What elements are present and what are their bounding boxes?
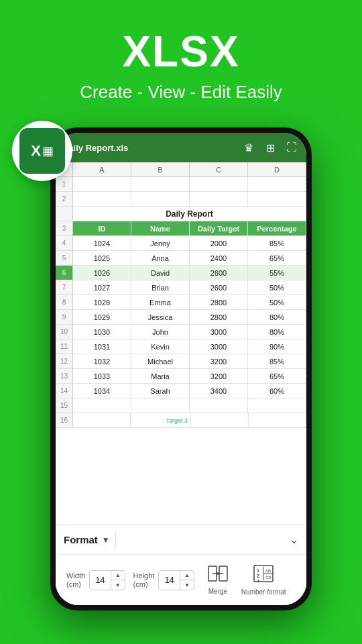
cell-12c[interactable]: 3200 (190, 354, 248, 368)
height-spinner-arrows[interactable]: ▲ ▼ (180, 570, 194, 590)
cell-8c[interactable]: 2800 (190, 295, 248, 309)
table-icon[interactable]: ⊞ (262, 142, 278, 154)
sheet-row-10: 10 1030 John 3000 80% (56, 325, 306, 339)
cell-11b[interactable]: Kevin (131, 339, 190, 354)
header-id[interactable]: ID (73, 221, 131, 235)
hero-section: XLSX Create - View - Edit Easily (0, 0, 362, 103)
cell-5b[interactable]: Anna (131, 251, 190, 265)
cell-14d[interactable]: 60% (248, 384, 306, 398)
cell-1d[interactable] (248, 177, 306, 191)
cell-2c[interactable] (190, 192, 248, 206)
cell-6b[interactable]: David (131, 266, 190, 280)
cell-14b[interactable]: Sarah (131, 384, 190, 398)
cell-7c[interactable]: 2600 (190, 280, 248, 294)
crown-icon[interactable]: ♛ (241, 142, 257, 154)
col-header-c: C (190, 162, 248, 176)
cell-7b[interactable]: Brian (131, 280, 190, 294)
cell-12d[interactable]: 85% (248, 354, 306, 368)
toolbar-divider (115, 532, 116, 548)
width-value: 14 (90, 570, 111, 590)
cell-16d[interactable] (249, 413, 306, 427)
hero-title: XLSX (0, 0, 362, 76)
col-header-a: A (73, 162, 131, 176)
cell-9b[interactable]: Jessica (131, 310, 190, 324)
cell-1b[interactable] (131, 177, 190, 191)
header-percentage[interactable]: Percentage (248, 221, 306, 235)
cell-14c[interactable]: 3400 (190, 384, 248, 398)
sheet-row-12: 12 1032 Michael 3200 85% (56, 354, 306, 369)
cell-10c[interactable]: 3000 (190, 325, 248, 339)
cell-7d[interactable]: 50% (248, 280, 306, 294)
cell-8d[interactable]: 50% (248, 295, 306, 309)
dropdown-arrow-icon[interactable]: ▼ (102, 535, 110, 545)
row-num-2: 2 (56, 192, 73, 206)
cell-6a[interactable]: 1026 (73, 266, 131, 280)
cell-12a[interactable]: 1032 (73, 354, 131, 368)
cell-4b[interactable]: Jenny (131, 236, 190, 250)
height-down-arrow[interactable]: ▼ (180, 580, 194, 590)
cell-15a[interactable] (73, 398, 131, 413)
svg-text:CD: CD (265, 576, 272, 580)
format-label: Format (64, 534, 98, 545)
cell-10d[interactable]: 80% (248, 325, 306, 339)
cell-8a[interactable]: 1028 (73, 295, 131, 309)
width-down-arrow[interactable]: ▼ (111, 580, 125, 590)
width-spinner[interactable]: 14 ▲ ▼ (89, 570, 125, 590)
height-spinner[interactable]: 14 ▲ ▼ (158, 570, 194, 590)
cell-14a[interactable]: 1034 (73, 384, 131, 398)
phone-screen: Daily Report.xls ♛ ⊞ ⛶ A B C D 1 (56, 133, 306, 605)
cell-15d[interactable] (248, 398, 306, 413)
cell-16c[interactable] (191, 413, 249, 427)
cell-2a[interactable] (73, 192, 131, 206)
width-label: Width(cm) (66, 572, 85, 589)
cell-16a[interactable] (73, 413, 131, 427)
cell-9d[interactable]: 80% (248, 310, 306, 324)
cell-9a[interactable]: 1029 (73, 310, 131, 324)
spreadsheet-title[interactable]: Daily Report (73, 207, 306, 221)
format-dropdown[interactable]: Format ▼ (64, 534, 110, 545)
width-up-arrow[interactable]: ▲ (111, 570, 125, 580)
merge-label: Merge (208, 588, 227, 595)
cell-13a[interactable]: 1033 (73, 369, 131, 383)
cell-10a[interactable]: 1030 (73, 325, 131, 339)
cell-11d[interactable]: 90% (248, 339, 306, 354)
cell-5c[interactable]: 2400 (190, 251, 248, 265)
cell-15b[interactable] (131, 398, 190, 413)
fullscreen-icon[interactable]: ⛶ (284, 142, 300, 154)
app-logo: X ▦ (12, 121, 72, 181)
height-up-arrow[interactable]: ▲ (180, 570, 194, 580)
cell-1a[interactable] (73, 177, 131, 191)
row-num-7: 7 (56, 280, 73, 294)
merge-button[interactable]: Merge (208, 566, 228, 595)
cell-15c[interactable] (190, 398, 248, 413)
cell-8b[interactable]: Emma (131, 295, 190, 309)
cell-6d[interactable]: 55% (248, 266, 306, 280)
cell-5d[interactable]: 65% (248, 251, 306, 265)
cell-13c[interactable]: 3200 (190, 369, 248, 383)
cell-5a[interactable]: 1025 (73, 251, 131, 265)
cell-4a[interactable]: 1024 (73, 236, 131, 250)
cell-4c[interactable]: 2000 (190, 236, 248, 250)
cell-11c[interactable]: 3000 (190, 339, 248, 354)
cell-16b[interactable]: Target 3 (131, 413, 191, 427)
number-format-button[interactable]: 1 2 3 AB CD Number format (241, 565, 286, 596)
cell-12b[interactable]: Michael (131, 354, 190, 368)
width-spinner-arrows[interactable]: ▲ ▼ (111, 570, 125, 590)
cell-13d[interactable]: 65% (248, 369, 306, 383)
cell-2b[interactable] (131, 192, 190, 206)
cell-4d[interactable]: 85% (248, 236, 306, 250)
header-daily-target[interactable]: Daily Target (190, 221, 248, 235)
cell-9c[interactable]: 2800 (190, 310, 248, 324)
cell-1c[interactable] (190, 177, 248, 191)
toolbar-chevron-icon[interactable]: ⌄ (290, 533, 298, 546)
header-name[interactable]: Name (131, 221, 190, 235)
row-num-9: 9 (56, 310, 73, 324)
cell-2d[interactable] (248, 192, 306, 206)
app-title: Daily Report.xls (62, 143, 235, 153)
cell-10b[interactable]: John (131, 325, 190, 339)
row-num-6: 6 (56, 266, 73, 280)
cell-11a[interactable]: 1031 (73, 339, 131, 354)
cell-6c[interactable]: 2600 (190, 266, 248, 280)
cell-13b[interactable]: Maria (131, 369, 190, 383)
cell-7a[interactable]: 1027 (73, 280, 131, 294)
